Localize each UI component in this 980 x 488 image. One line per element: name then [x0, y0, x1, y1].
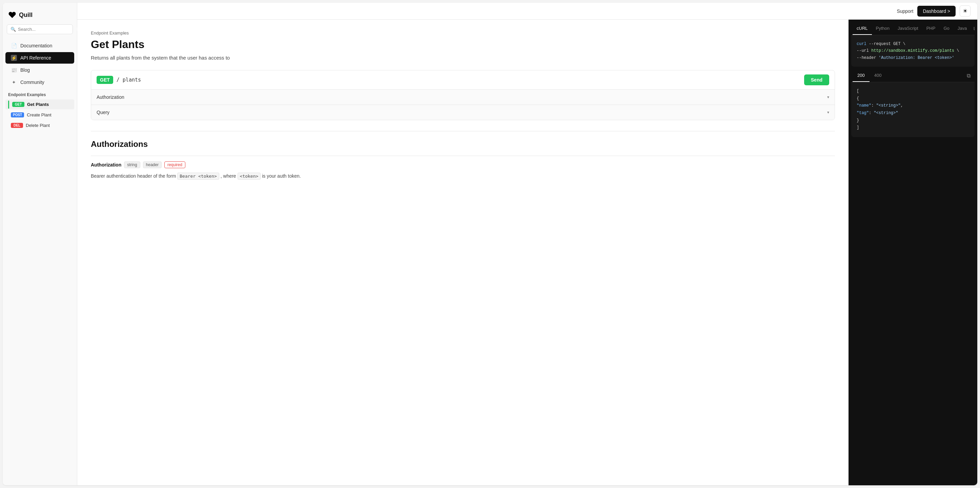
chevron-down-icon: ▾ — [827, 95, 829, 100]
endpoint-label: Delete Plant — [26, 123, 50, 128]
tab-curl[interactable]: cURL — [853, 22, 872, 35]
documentation-icon: 📄 — [11, 43, 17, 49]
send-button[interactable]: Send — [804, 74, 829, 85]
dashboard-button[interactable]: Dashboard > — [917, 6, 956, 17]
copy-code-button[interactable]: ⧉ — [971, 23, 975, 35]
endpoint-label: Create Plant — [27, 112, 51, 117]
del-badge: DEL — [11, 123, 23, 128]
header-right: Support Dashboard > ☀ — [897, 5, 970, 17]
logo-icon — [8, 11, 16, 19]
sidebar: Quill 🔍 ⌘K 📄 Documentation ⚡ API Referen… — [3, 3, 77, 485]
tab-go[interactable]: Go — [939, 22, 953, 35]
auth-field-name: Authorization — [91, 162, 121, 168]
endpoint-path: / plants — [116, 77, 801, 83]
tab-java[interactable]: Java — [954, 22, 971, 35]
chevron-down-icon-2: ▾ — [827, 110, 829, 115]
authorization-accordion[interactable]: Authorization ▾ — [91, 89, 835, 105]
theme-toggle-button[interactable]: ☀ — [960, 5, 970, 17]
right-panel: cURL Python JavaScript PHP Go Java ⧉ cur… — [848, 20, 977, 485]
sidebar-endpoint-get-plants[interactable]: GET Get Plants — [5, 100, 74, 109]
authorization-label: Authorization — [97, 94, 124, 100]
query-label: Query — [97, 109, 110, 115]
code-panel: cURL Python JavaScript PHP Go Java ⧉ cur… — [851, 22, 975, 67]
tab-400[interactable]: 400 — [870, 70, 886, 82]
page-title: Get Plants — [91, 38, 835, 51]
search-icon: 🔍 — [11, 27, 16, 32]
main-content: Endpoint Examples Get Plants Returns all… — [77, 20, 848, 485]
header-nav: Support Dashboard > ☀ — [77, 3, 977, 20]
auth-location-tag: header — [143, 162, 162, 168]
sidebar-item-label: Documentation — [20, 43, 52, 48]
query-accordion-header[interactable]: Query ▾ — [91, 105, 835, 120]
sidebar-item-label: Blog — [20, 67, 30, 73]
endpoint-label: Get Plants — [27, 102, 49, 107]
code-tabs: cURL Python JavaScript PHP Go Java ⧉ — [851, 22, 975, 35]
logo-text: Quill — [19, 11, 33, 19]
query-accordion[interactable]: Query ▾ — [91, 105, 835, 120]
sidebar-item-blog[interactable]: 📰 Blog — [5, 64, 74, 76]
search-input[interactable] — [18, 27, 75, 32]
code-block: curl --request GET \ --url http://sandbo… — [851, 35, 975, 67]
page-description: Returns all plants from the system that … — [91, 55, 835, 60]
auth-required-tag: required — [164, 162, 185, 168]
breadcrumb: Endpoint Examples — [91, 30, 835, 35]
authorization-accordion-header[interactable]: Authorization ▾ — [91, 90, 835, 105]
search-box[interactable]: 🔍 ⌘K — [7, 24, 73, 34]
endpoint-card: GET / plants Send Authorization ▾ — [91, 70, 835, 120]
auth-field-row: Authorization string header required — [91, 162, 835, 168]
response-panel: 200 400 ⧉ [ { "name": "<string>", "tag":… — [851, 70, 975, 137]
endpoint-method-badge: GET — [97, 76, 113, 84]
sidebar-endpoint-delete-plant[interactable]: DEL Delete Plant — [5, 120, 74, 130]
bearer-token-code: Bearer <token> — [177, 173, 219, 180]
sidebar-item-community[interactable]: ✦ Community — [5, 76, 74, 88]
community-icon: ✦ — [11, 79, 17, 85]
sidebar-item-label: API Reference — [20, 55, 51, 60]
sidebar-item-api-reference[interactable]: ⚡ API Reference — [5, 52, 74, 63]
sidebar-endpoint-create-plant[interactable]: POST Create Plant — [5, 110, 74, 120]
get-badge: GET — [12, 102, 24, 107]
logo: Quill — [3, 8, 77, 24]
endpoint-bar: GET / plants Send — [91, 70, 835, 89]
support-link[interactable]: Support — [897, 8, 913, 14]
tab-php[interactable]: PHP — [923, 22, 940, 35]
tab-200[interactable]: 200 — [853, 70, 870, 82]
auth-description: Bearer authentication header of the form… — [91, 172, 835, 180]
sidebar-section-title: Endpoint Examples — [3, 88, 77, 99]
authorizations-title: Authorizations — [91, 139, 835, 149]
response-tabs: 200 400 ⧉ — [851, 70, 975, 82]
sidebar-item-label: Community — [20, 79, 45, 85]
tab-javascript[interactable]: JavaScript — [894, 22, 923, 35]
json-block: [ { "name": "<string>", "tag": "<string>… — [851, 82, 975, 137]
sidebar-item-documentation[interactable]: 📄 Documentation — [5, 40, 74, 51]
copy-response-button[interactable]: ⧉ — [964, 70, 973, 82]
auth-type-tag: string — [124, 162, 140, 168]
tab-python[interactable]: Python — [872, 22, 894, 35]
blog-icon: 📰 — [11, 67, 17, 73]
api-reference-icon: ⚡ — [11, 55, 17, 61]
token-code: <token> — [237, 173, 261, 180]
post-badge: POST — [11, 112, 24, 117]
